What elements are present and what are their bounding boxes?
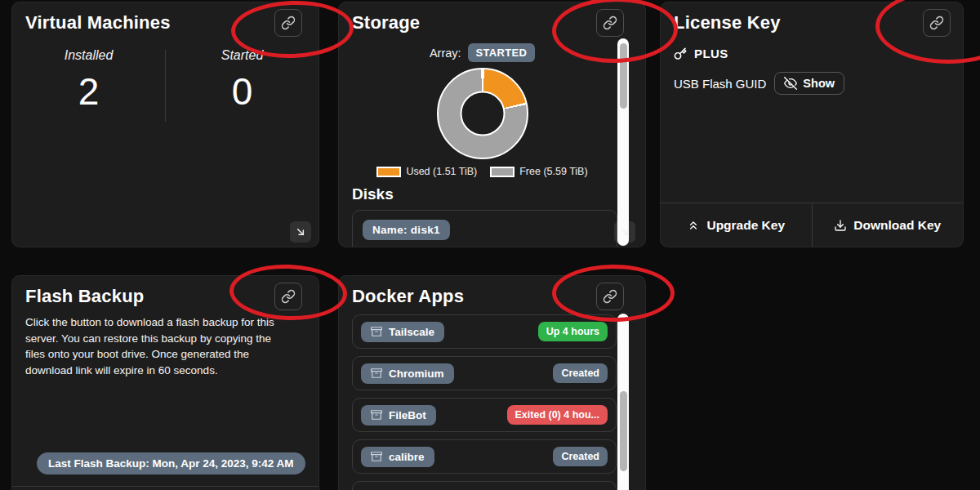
- app-pill[interactable]: Tailscale: [361, 322, 444, 342]
- show-button-label: Show: [803, 77, 835, 90]
- license-link-button[interactable]: [923, 9, 951, 37]
- storage-link-button[interactable]: [596, 9, 624, 37]
- app-name: calibre: [389, 451, 425, 463]
- upgrade-key-label: Upgrade Key: [706, 218, 785, 233]
- upgrade-key-button[interactable]: Upgrade Key: [661, 203, 813, 247]
- guid-row: USB Flash GUID Show: [674, 72, 950, 95]
- used-swatch: [376, 167, 401, 177]
- chain-link-icon: [603, 289, 617, 304]
- app-pill[interactable]: FileBot: [361, 405, 436, 425]
- download-key-label: Download Key: [853, 218, 941, 233]
- disks-heading: Disks: [352, 185, 645, 203]
- disk-list-box: Name: disk1: [352, 210, 617, 247]
- license-tier: PLUS: [694, 47, 728, 60]
- docker-row-calibre: calibre Created: [352, 439, 617, 474]
- vm-installed-cell: Installed 2: [12, 48, 165, 122]
- status-badge: Up 4 hours: [538, 322, 608, 341]
- archive-box-icon: [371, 326, 382, 337]
- storage-card: Storage Array: STARTED Used (1.51 TiB) F…: [338, 2, 646, 247]
- virtual-machines-card: Virtual Machines Installed 2 Started 0: [11, 2, 319, 247]
- free-label: Free (5.59 TiB): [519, 166, 587, 177]
- virtual-machines-title: Virtual Machines: [12, 2, 318, 33]
- vm-expand-button[interactable]: [290, 221, 311, 243]
- storage-usage-donut-chart: [437, 68, 528, 159]
- chain-link-icon: [603, 16, 617, 30]
- app-pill[interactable]: calibre: [361, 447, 434, 467]
- docker-row-tailscale: Tailscale Up 4 hours: [352, 314, 617, 349]
- docker-row-partial: [352, 481, 617, 490]
- app-name: Tailscale: [389, 326, 434, 338]
- last-flash-backup-badge: Last Flash Backup: Mon, Apr 24, 2023, 9:…: [37, 452, 305, 474]
- array-status-row: Array: STARTED: [339, 43, 626, 62]
- storage-donut-wrap: [339, 68, 626, 159]
- license-tier-row: PLUS: [674, 47, 950, 60]
- download-icon: [834, 219, 847, 232]
- flash-backup-title: Flash Backup: [12, 276, 318, 307]
- status-badge: Exited (0) 4 hou...: [507, 405, 608, 425]
- license-key-card: License Key PLUS USB Flash GUID Show Upg…: [660, 2, 964, 247]
- array-status-badge: STARTED: [468, 43, 536, 62]
- docker-app-list: Tailscale Up 4 hours Chromium Created Fi…: [352, 314, 617, 490]
- flash-backup-card: Flash Backup Click the button to downloa…: [11, 275, 319, 490]
- app-pill[interactable]: Chromium: [361, 363, 454, 384]
- vm-installed-label: Installed: [12, 48, 165, 63]
- docker-link-button[interactable]: [596, 283, 624, 310]
- chain-link-icon: [281, 289, 296, 304]
- app-name: FileBot: [389, 409, 426, 421]
- eye-off-icon: [784, 77, 797, 90]
- storage-scrollbar-track[interactable]: [617, 38, 629, 246]
- flash-backup-description: Click the button to download a flash bac…: [25, 314, 291, 378]
- download-key-button[interactable]: Download Key: [813, 203, 964, 247]
- docker-scrollbar-thumb[interactable]: [620, 391, 627, 471]
- docker-row-chromium: Chromium Created: [352, 356, 617, 390]
- flash-footer-divider: [12, 486, 318, 487]
- chain-link-icon: [929, 16, 944, 30]
- disk-name-badge: Name: disk1: [363, 220, 450, 240]
- docker-apps-card: Docker Apps Tailscale Up 4 hours Chromiu…: [338, 275, 646, 490]
- arrow-down-right-icon: [294, 225, 307, 238]
- chevrons-up-icon: [687, 219, 700, 232]
- docker-row-filebot: FileBot Exited (0) 4 hou...: [352, 398, 617, 432]
- vm-started-label: Started: [166, 48, 318, 63]
- chain-link-icon: [281, 16, 296, 30]
- archive-box-icon: [371, 451, 382, 462]
- vm-stats: Installed 2 Started 0: [12, 48, 318, 122]
- vm-started-value: 0: [166, 69, 318, 114]
- arrow-down-right-icon: [618, 225, 631, 238]
- vm-installed-value: 2: [12, 69, 165, 114]
- archive-box-icon: [371, 368, 382, 379]
- status-badge: Created: [553, 447, 608, 466]
- legend-item-free: Free (5.59 TiB): [490, 166, 587, 177]
- guid-label: USB Flash GUID: [674, 77, 766, 91]
- legend-item-used: Used (1.51 TiB): [376, 166, 477, 177]
- status-badge: Created: [553, 363, 608, 383]
- vm-link-button[interactable]: [274, 9, 302, 37]
- storage-expand-button[interactable]: [614, 221, 635, 243]
- vm-started-cell: Started 0: [166, 48, 318, 122]
- license-title: License Key: [661, 2, 963, 33]
- used-label: Used (1.51 TiB): [406, 166, 477, 177]
- flash-link-button[interactable]: [274, 283, 302, 310]
- show-guid-button[interactable]: Show: [774, 72, 844, 95]
- storage-scrollbar-thumb[interactable]: [620, 43, 627, 109]
- license-footer: Upgrade Key Download Key: [661, 203, 963, 247]
- archive-box-icon: [371, 409, 382, 421]
- storage-legend: Used (1.51 TiB) Free (5.59 TiB): [339, 166, 626, 177]
- key-icon: [674, 47, 687, 60]
- app-name: Chromium: [389, 368, 444, 380]
- array-label: Array:: [430, 47, 461, 60]
- docker-scrollbar-track[interactable]: [617, 314, 629, 490]
- free-swatch: [490, 167, 514, 177]
